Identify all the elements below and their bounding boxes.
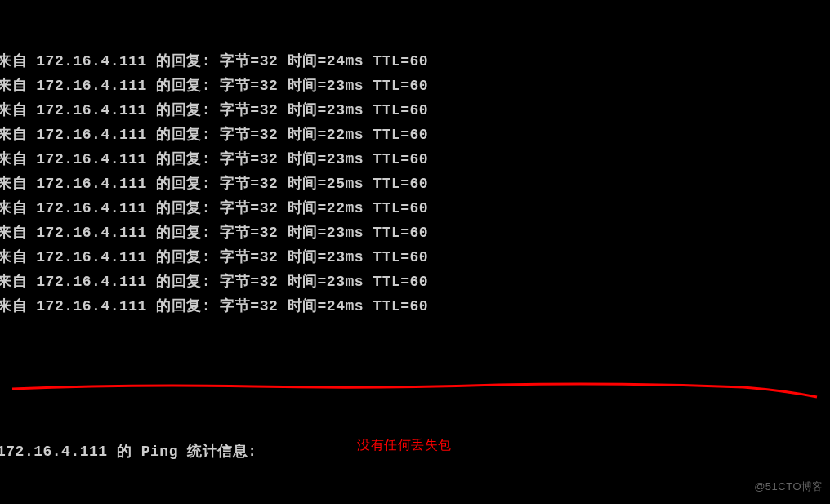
ping-reply-line: 来自 172.16.4.111 的回复: 字节=32 时间=23ms TTL=6… xyxy=(0,98,830,123)
ping-reply-line: 来自 172.16.4.111 的回复: 字节=32 时间=23ms TTL=6… xyxy=(0,147,830,172)
ping-reply-line: 来自 172.16.4.111 的回复: 字节=32 时间=23ms TTL=6… xyxy=(0,270,830,294)
ping-reply-line: 来自 172.16.4.111 的回复: 字节=32 时间=24ms TTL=6… xyxy=(0,294,830,319)
ping-reply-line: 来自 172.16.4.111 的回复: 字节=32 时间=23ms TTL=6… xyxy=(0,221,830,245)
ping-reply-line: 来自 172.16.4.111 的回复: 字节=32 时间=24ms TTL=6… xyxy=(0,49,830,74)
ping-reply-line: 来自 172.16.4.111 的回复: 字节=32 时间=23ms TTL=6… xyxy=(0,245,830,270)
ping-reply-line: 来自 172.16.4.111 的回复: 字节=32 时间=22ms TTL=6… xyxy=(0,196,830,221)
ping-reply-line: 来自 172.16.4.111 的回复: 字节=32 时间=22ms TTL=6… xyxy=(0,123,830,147)
watermark: @51CTO博客 xyxy=(754,479,823,494)
annotation-text: 没有任何丢失包 xyxy=(357,437,452,454)
ping-reply-line: 来自 172.16.4.111 的回复: 字节=32 时间=25ms TTL=6… xyxy=(0,172,830,196)
ping-reply-line: 来自 172.16.4.111 的回复: 字节=32 时间=23ms TTL=6… xyxy=(0,74,830,98)
terminal-output[interactable]: 来自 172.16.4.111 的回复: 字节=32 时间=24ms TTL=6… xyxy=(0,0,830,504)
